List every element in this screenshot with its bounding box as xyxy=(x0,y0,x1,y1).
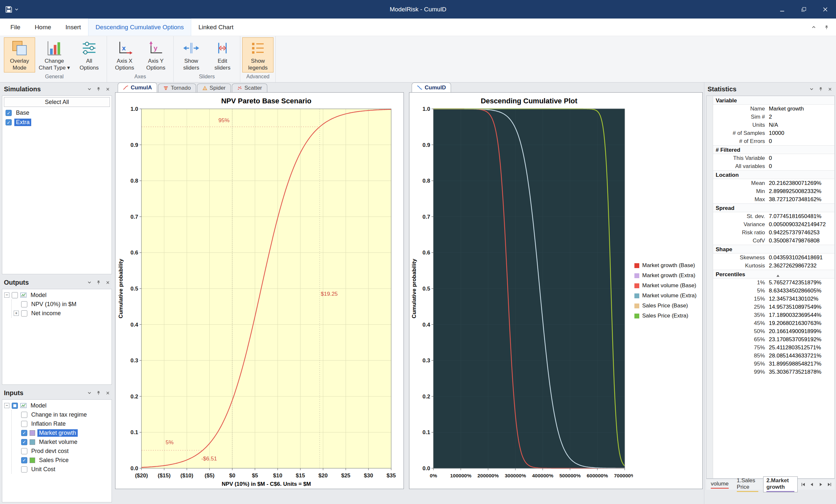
tree-item-label[interactable]: Prod devt cost xyxy=(30,447,70,455)
chart-tab-scatter[interactable]: Scatter xyxy=(232,83,267,92)
tree-item-label[interactable]: Unit Cost xyxy=(30,466,57,473)
chart-annotation: $19.25 xyxy=(321,291,338,297)
checkbox-unchecked[interactable] xyxy=(21,310,27,316)
ribbon-button-all-options[interactable]: All Options xyxy=(74,37,105,73)
checkbox-checked[interactable]: ✓ xyxy=(5,119,12,125)
inputs-body: −ModelChange in tax regimeInflation Rate… xyxy=(2,399,112,502)
outputs-close-icon[interactable] xyxy=(105,279,111,285)
nav-next-button[interactable] xyxy=(817,481,824,488)
ribbon-button-overlay-mode[interactable]: Overlay Mode xyxy=(4,37,35,73)
outputs-pin-icon[interactable] xyxy=(96,279,101,285)
y-tick-label: 0.0 xyxy=(422,465,430,471)
stats-value: 20.2162380071269% xyxy=(769,180,834,187)
tree-item-model[interactable]: −Model xyxy=(2,401,112,410)
tree-item-label[interactable]: Market growth xyxy=(37,429,78,437)
ribbon-button-axis-y[interactable]: yAxis Y Options xyxy=(140,37,171,73)
select-all-button[interactable]: Select All xyxy=(4,97,110,107)
expander-expanded[interactable]: − xyxy=(4,403,10,408)
checkbox-unchecked[interactable] xyxy=(21,466,27,472)
tree-item-label[interactable]: Sales Price xyxy=(37,457,70,464)
checkbox-unchecked[interactable] xyxy=(21,421,27,427)
tree-item-market-growth[interactable]: ✓Market growth xyxy=(12,428,112,438)
checkbox-checked[interactable]: ✓ xyxy=(5,110,12,116)
checkbox-checked[interactable]: ✓ xyxy=(21,430,27,436)
simulation-item-extra[interactable]: ✓Extra xyxy=(2,118,112,127)
tree-item-label[interactable]: Inflation Rate xyxy=(30,420,67,428)
window-maximize-button[interactable] xyxy=(793,0,815,19)
tree-item-market-volume[interactable]: ✓Market volume xyxy=(12,438,112,446)
sort-asc-icon[interactable] xyxy=(776,271,780,280)
save-icon[interactable] xyxy=(4,5,13,14)
chart-tab-cumula[interactable]: CumulA xyxy=(118,82,157,92)
ribbon-button-axis-x[interactable]: xAxis X Options xyxy=(109,37,140,73)
tree-item-label[interactable]: Market volume xyxy=(37,438,79,446)
tree-item-label[interactable]: NPV (10%) in $M xyxy=(30,301,78,308)
checkbox-checked[interactable]: ✓ xyxy=(21,439,27,445)
chart-tab-label: CumulD xyxy=(425,84,446,91)
tree-item-prod-devt-cost[interactable]: Prod devt cost xyxy=(12,446,112,455)
tree-item-sales-price[interactable]: ✓Sales Price xyxy=(12,455,112,465)
statistics-close-icon[interactable] xyxy=(827,86,833,92)
charts-area: CumulATornadoSpiderScatter ($20)($15)($1… xyxy=(114,82,704,504)
inputs-collapse-icon[interactable] xyxy=(87,390,92,396)
caret-down-icon[interactable] xyxy=(15,8,18,11)
x-axis-label: NPV (10%) in $M - C$6. Units = $M xyxy=(222,481,311,487)
checkbox-unchecked[interactable] xyxy=(12,292,18,298)
statistics-pin-icon[interactable] xyxy=(818,86,824,92)
tree-item-change-in-tax-regime[interactable]: Change in tax regime xyxy=(12,410,112,419)
statistics-collapse-icon[interactable] xyxy=(809,86,815,92)
simulation-item-base[interactable]: ✓Base xyxy=(2,108,112,118)
chart-tab-spider[interactable]: Spider xyxy=(197,83,231,92)
simulation-label[interactable]: Extra xyxy=(14,119,31,126)
statistics-gutter xyxy=(707,96,713,478)
window-close-button[interactable] xyxy=(815,0,836,19)
ribbon-button-show-sliders[interactable]: Show sliders xyxy=(176,37,207,73)
chevron-up-icon[interactable] xyxy=(809,23,818,32)
expander-collapsed[interactable]: + xyxy=(14,311,19,316)
menu-tab-linked-chart[interactable]: Linked Chart xyxy=(191,19,241,36)
npv-pareto-chart[interactable]: ($20)($15)($10)($5)$0$5$10$15$20$25$30$3… xyxy=(115,93,403,489)
chart-tab-cumuld[interactable]: CumulD xyxy=(412,82,451,92)
expander-expanded[interactable]: − xyxy=(4,292,10,298)
ribbon-button-show-legends[interactable]: Show legends xyxy=(242,37,273,73)
stats-tab-volume[interactable]: volume xyxy=(707,480,732,489)
simulations-close-icon[interactable] xyxy=(105,86,111,92)
checkbox-unchecked[interactable] xyxy=(21,448,27,454)
simulation-label[interactable]: Base xyxy=(14,109,31,117)
nav-first-button[interactable] xyxy=(799,481,807,488)
tree-item-net-income[interactable]: +Net income xyxy=(12,309,112,318)
outputs-collapse-icon[interactable] xyxy=(87,279,92,285)
quick-access-toolbar[interactable] xyxy=(0,5,23,14)
menu-tab-insert[interactable]: Insert xyxy=(58,19,88,36)
tree-item-label[interactable]: Model xyxy=(29,402,48,409)
nav-prev-button[interactable] xyxy=(808,481,816,488)
checkbox-indeterminate[interactable] xyxy=(12,403,18,409)
y-tick-label: 0.9 xyxy=(130,142,138,148)
menu-tab-home[interactable]: Home xyxy=(27,19,59,36)
tree-item-label[interactable]: Net income xyxy=(30,310,62,317)
checkbox-checked[interactable]: ✓ xyxy=(21,457,27,463)
menu-tab-file[interactable]: File xyxy=(3,19,27,36)
descending-cumulative-chart[interactable]: 0%100000%200000%300000%400000%500000%600… xyxy=(410,93,633,489)
ribbon-button-change-chart-type[interactable]: Change Chart Type ▾ xyxy=(35,37,74,73)
checkbox-unchecked[interactable] xyxy=(21,301,27,307)
inputs-pin-icon[interactable] xyxy=(96,390,101,396)
nav-last-button[interactable] xyxy=(825,481,833,488)
simulations-pin-icon[interactable] xyxy=(96,86,101,92)
window-minimize-button[interactable] xyxy=(772,0,793,19)
stats-label: # of Errors xyxy=(713,138,769,144)
chart-tab-tornado[interactable]: Tornado xyxy=(158,83,196,92)
inputs-close-icon[interactable] xyxy=(105,390,111,396)
tree-item-npv-10-in-m[interactable]: NPV (10%) in $M xyxy=(12,299,112,309)
tree-item-inflation-rate[interactable]: Inflation Rate xyxy=(12,419,112,428)
tree-item-model[interactable]: −Model xyxy=(2,291,112,299)
checkbox-unchecked[interactable] xyxy=(21,412,27,418)
tree-item-label[interactable]: Change in tax regime xyxy=(30,411,89,419)
pin-icon[interactable] xyxy=(822,23,831,32)
stats-value: 0 xyxy=(769,163,834,170)
tree-item-label[interactable]: Model xyxy=(29,291,48,299)
ribbon-button-edit-sliders[interactable]: Edit sliders xyxy=(207,37,238,73)
simulations-collapse-icon[interactable] xyxy=(87,86,92,92)
menu-tab-descending-cumulative-options[interactable]: Descending Cumulative Options xyxy=(88,19,191,36)
tree-item-unit-cost[interactable]: Unit Cost xyxy=(12,465,112,474)
